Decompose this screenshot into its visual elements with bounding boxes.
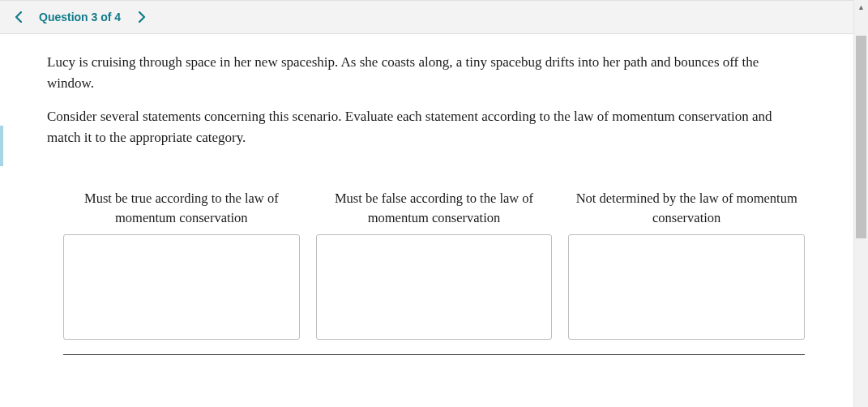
next-question-button[interactable] bbox=[132, 7, 152, 27]
question-indicator: Question 3 of 4 bbox=[36, 11, 124, 24]
drop-zone-false[interactable] bbox=[316, 234, 553, 340]
scroll-thumb[interactable] bbox=[856, 36, 866, 238]
main-column: Question 3 of 4 Lucy is cruising through… bbox=[0, 0, 854, 407]
chevron-right-icon bbox=[139, 11, 146, 23]
prompt-paragraph-2: Consider several statements concerning t… bbox=[47, 106, 821, 149]
prompt-paragraph-1: Lucy is cruising through space in her ne… bbox=[47, 52, 821, 95]
scroll-up-arrow-icon[interactable]: ▲ bbox=[854, 0, 868, 14]
prev-question-button[interactable] bbox=[8, 7, 28, 27]
question-header-bar: Question 3 of 4 bbox=[0, 0, 853, 34]
category-label: Must be true according to the law of mom… bbox=[63, 189, 300, 229]
chevron-left-icon bbox=[15, 11, 22, 23]
category-undetermined: Not determined by the law of momentum co… bbox=[568, 189, 805, 340]
content-area: Lucy is cruising through space in her ne… bbox=[0, 34, 853, 407]
category-false: Must be false according to the law of mo… bbox=[316, 189, 553, 340]
drop-zone-true[interactable] bbox=[63, 234, 300, 340]
category-label: Not determined by the law of momentum co… bbox=[568, 189, 805, 229]
section-divider bbox=[63, 354, 805, 355]
category-true: Must be true according to the law of mom… bbox=[63, 189, 300, 340]
vertical-scrollbar[interactable]: ▲ bbox=[854, 0, 868, 407]
left-edge-marker bbox=[0, 126, 3, 166]
page-wrap: Question 3 of 4 Lucy is cruising through… bbox=[0, 0, 868, 407]
drop-zone-undetermined[interactable] bbox=[568, 234, 805, 340]
question-card: Lucy is cruising through space in her ne… bbox=[39, 52, 829, 355]
category-label: Must be false according to the law of mo… bbox=[316, 189, 553, 229]
category-row: Must be true according to the law of mom… bbox=[47, 189, 821, 340]
